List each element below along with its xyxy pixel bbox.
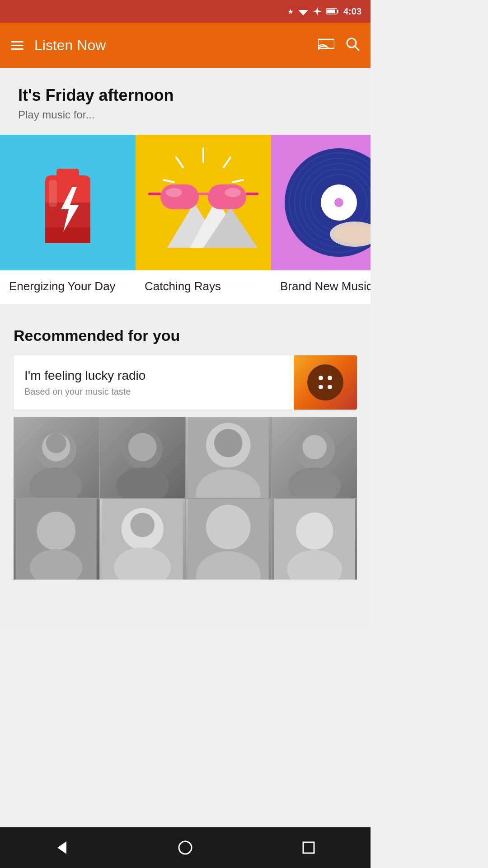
nav-bar	[0, 827, 371, 868]
vinyl-illustration	[276, 139, 371, 266]
svg-point-38	[334, 198, 343, 207]
lucky-radio-text: I'm feeling lucky radio Based on your mu…	[14, 358, 294, 408]
search-button[interactable]	[345, 37, 360, 54]
svg-rect-25	[208, 184, 246, 209]
svg-rect-85	[303, 842, 314, 853]
band-photo-3	[186, 417, 271, 498]
home-button[interactable]	[172, 834, 199, 861]
status-icons: ★ 4:03	[287, 6, 361, 17]
lucky-radio-art	[294, 355, 357, 410]
greeting-section: It's Friday afternoon Play music for...	[0, 86, 371, 135]
recent-icon	[300, 840, 317, 856]
svg-rect-15	[49, 180, 57, 207]
lucky-radio-card[interactable]: I'm feeling lucky radio Based on your mu…	[14, 355, 357, 410]
home-icon	[177, 840, 193, 856]
band-cell-2	[100, 417, 185, 498]
cast-button[interactable]	[318, 38, 334, 53]
lucky-radio-title: I'm feeling lucky radio	[24, 368, 283, 383]
band-photo-6	[100, 499, 185, 580]
sunglasses-illustration	[140, 139, 267, 266]
band-cell-3	[186, 417, 271, 498]
airplane-icon	[313, 7, 322, 16]
svg-rect-27	[148, 193, 161, 195]
cast-icon-svg	[318, 38, 334, 50]
band-photo-7	[186, 499, 271, 580]
svg-point-7	[318, 49, 319, 50]
hamburger-line	[11, 48, 23, 50]
svg-point-68	[288, 467, 341, 498]
svg-point-62	[128, 433, 156, 462]
svg-line-23	[164, 180, 174, 182]
svg-point-81	[296, 512, 333, 549]
band-cell-1	[14, 417, 99, 498]
svg-point-55	[328, 385, 332, 389]
svg-rect-50	[368, 229, 371, 239]
band-photo-1	[14, 417, 99, 498]
svg-rect-47	[344, 226, 350, 239]
dice-svg	[313, 370, 338, 395]
playlist-label-brand: Brand New Music	[271, 270, 371, 304]
recommended-section: Recommended for you I'm feeling lucky ra…	[0, 304, 371, 589]
svg-point-59	[46, 433, 66, 453]
svg-point-29	[166, 188, 182, 197]
status-bar: ★ 4:03	[0, 0, 371, 23]
svg-rect-24	[160, 184, 199, 209]
greeting-subtitle: Play music for...	[18, 108, 352, 121]
back-icon	[54, 840, 70, 856]
svg-point-66	[214, 429, 243, 458]
playlist-art-energize	[0, 135, 136, 270]
band-cell-6	[100, 499, 185, 580]
svg-rect-4	[337, 10, 338, 13]
app-title: Listen Now	[34, 37, 318, 54]
band-cell-4	[272, 417, 357, 498]
svg-point-54	[319, 385, 323, 389]
playlist-scroll: Energizing Your Day	[0, 135, 371, 304]
greeting-title: It's Friday afternoon	[18, 86, 352, 105]
svg-point-78	[206, 505, 250, 549]
band-photo-2	[100, 417, 185, 498]
band-cell-8	[272, 499, 357, 580]
playlist-art-brand	[271, 135, 371, 270]
status-time: 4:03	[343, 6, 361, 17]
svg-rect-11	[56, 169, 79, 178]
svg-rect-28	[246, 193, 258, 195]
band-cell-7	[186, 499, 271, 580]
playlist-card-catching[interactable]: Catching Rays	[136, 135, 271, 304]
battery-icon	[326, 8, 339, 15]
svg-rect-48	[352, 226, 358, 239]
bands-mosaic[interactable]	[14, 417, 357, 580]
svg-point-51	[319, 376, 323, 380]
app-bar: Listen Now	[0, 23, 371, 68]
svg-line-22	[176, 157, 183, 167]
recommended-title: Recommended for you	[14, 327, 357, 344]
svg-rect-49	[361, 226, 366, 239]
band-photo-4	[272, 417, 357, 498]
search-icon-svg	[345, 37, 360, 51]
lucky-radio-subtitle: Based on your music taste	[24, 387, 283, 397]
recent-button[interactable]	[295, 834, 322, 861]
band-cell-5	[14, 499, 99, 580]
svg-line-20	[224, 157, 230, 167]
main-content: It's Friday afternoon Play music for...	[0, 68, 371, 629]
svg-rect-5	[327, 9, 335, 13]
playlist-label-catching: Catching Rays	[136, 270, 271, 304]
svg-point-69	[302, 435, 327, 459]
wifi-icon	[298, 7, 308, 15]
playlist-card-brand[interactable]: Brand New Music	[271, 135, 371, 304]
menu-button[interactable]	[11, 41, 23, 50]
playlist-card-energize[interactable]: Energizing Your Day	[0, 135, 136, 304]
hamburger-line	[11, 41, 23, 42]
battery-illustration	[36, 157, 99, 248]
svg-point-52	[328, 376, 332, 380]
playlist-art-catching	[136, 135, 271, 270]
svg-rect-13	[45, 227, 90, 243]
svg-line-21	[233, 180, 243, 182]
playlist-label-energize: Energizing Your Day	[0, 270, 136, 304]
svg-point-57	[30, 467, 82, 498]
hamburger-line	[11, 45, 23, 46]
dice-icon	[307, 364, 343, 401]
band-photo-8	[272, 499, 357, 580]
back-button[interactable]	[48, 834, 75, 861]
svg-point-30	[225, 188, 241, 197]
content-spacer	[0, 589, 371, 629]
